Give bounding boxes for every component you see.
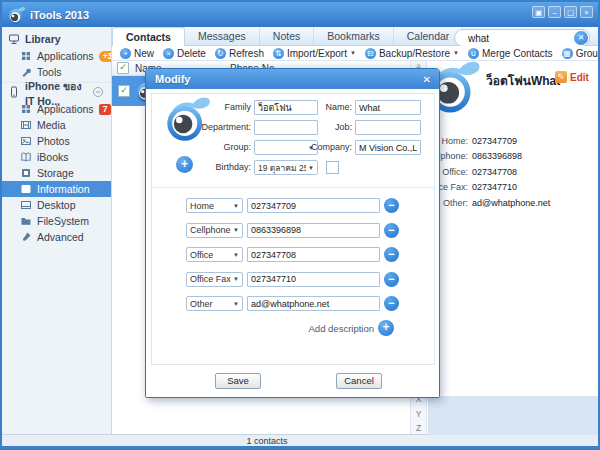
phone-value-field[interactable] xyxy=(247,247,380,262)
sidebar-item-label: Information xyxy=(37,183,90,195)
maximize-button[interactable]: ▢ xyxy=(564,6,577,18)
edit-contact-button[interactable]: ✎ Edit xyxy=(555,71,589,83)
remove-phone-button[interactable]: − xyxy=(384,223,399,238)
merge-contacts-button[interactable]: ∪Merge Contacts xyxy=(468,48,553,59)
job-field[interactable] xyxy=(355,120,421,135)
detail-panel-footer xyxy=(428,396,598,435)
phone-type-select[interactable]: Office Fax▼ xyxy=(186,272,243,287)
app-window: iTools 2013 ▣–▢× LibraryApplications+3To… xyxy=(0,0,600,450)
contacts-toolbar: +New×Delete↻Refresh⇅Import/Export▼⊟Backu… xyxy=(112,46,598,61)
toolbar-button-label: Merge Contacts xyxy=(482,48,553,59)
grid-icon xyxy=(20,50,32,62)
alphabet-letter-y[interactable]: Y xyxy=(411,410,426,419)
backup-restore-button[interactable]: ⊟Backup/Restore▼ xyxy=(365,48,459,59)
phone-type-select[interactable]: Office▼ xyxy=(186,247,243,262)
phone-value-field[interactable] xyxy=(247,296,380,311)
phone-type-select[interactable]: Home▼ xyxy=(186,198,243,213)
birthday-checkbox[interactable] xyxy=(326,161,339,174)
sidebar-section-label: Library xyxy=(25,33,61,45)
sidebar-item-media[interactable]: Media xyxy=(2,117,111,133)
phone-type-select[interactable]: Other▼ xyxy=(186,296,243,311)
tabs: ContactsMessagesNotesBookmarksCalendar xyxy=(112,27,463,45)
tab-notes[interactable]: Notes xyxy=(260,27,314,45)
sidebar-section-library[interactable]: Library xyxy=(2,30,111,48)
detail-field-value: 027347708 xyxy=(472,167,517,177)
phone-type-select[interactable]: Cellphone▼ xyxy=(186,223,243,238)
phone-value-field[interactable] xyxy=(247,223,380,238)
badge: 7 xyxy=(99,104,112,115)
delete-button[interactable]: ×Delete xyxy=(163,48,206,59)
add-description-label: Add description xyxy=(256,321,374,337)
chevron-down-icon[interactable]: ▼ xyxy=(350,50,356,56)
chevron-down-icon: ▼ xyxy=(233,252,239,258)
clear-search-icon[interactable]: ✕ xyxy=(574,31,588,45)
sidebar-item-applications[interactable]: Applications+3 xyxy=(2,48,111,64)
select-all-checkbox[interactable]: ✓ xyxy=(117,62,129,74)
sidebar-item-storage[interactable]: Storage xyxy=(2,165,111,181)
minimize-button[interactable]: – xyxy=(548,6,561,18)
skin-button[interactable]: ▣ xyxy=(532,6,545,18)
sidebar-item-label: iBooks xyxy=(37,151,69,163)
tab-calendar[interactable]: Calendar xyxy=(394,27,464,45)
new-button[interactable]: +New xyxy=(120,48,154,59)
sidebar-item-label: FileSystem xyxy=(37,215,89,227)
sidebar-item-label: Applications xyxy=(37,103,94,115)
company-field[interactable] xyxy=(355,140,421,155)
tab-bookmarks[interactable]: Bookmarks xyxy=(314,27,394,45)
eject-icon[interactable] xyxy=(92,86,104,98)
add-description-button[interactable]: + xyxy=(378,320,394,336)
phone-value-field[interactable] xyxy=(247,272,380,287)
dialog-close-icon[interactable]: ✕ xyxy=(423,74,431,85)
contact-count: 1 contacts xyxy=(112,436,422,446)
name-field[interactable] xyxy=(355,100,421,115)
modify-dialog: Modify ✕ + FamilyName:Department:Job:Gro… xyxy=(145,68,440,398)
phone-value-field[interactable] xyxy=(247,198,380,213)
search-input[interactable] xyxy=(466,32,574,45)
cancel-button[interactable]: Cancel xyxy=(336,373,382,389)
toolbar-button-label: New xyxy=(134,48,154,59)
phone-type-value: Office Fax xyxy=(190,274,231,284)
family-label: Family xyxy=(154,100,251,115)
import-export-button[interactable]: ⇅Import/Export▼ xyxy=(273,48,356,59)
book-icon xyxy=(20,151,32,163)
sidebar-item-desktop[interactable]: Desktop xyxy=(2,197,111,213)
remove-phone-button[interactable]: − xyxy=(384,198,399,213)
cross-icon: × xyxy=(163,48,174,59)
backup-icon: ⊟ xyxy=(365,48,376,59)
tab-contacts[interactable]: Contacts xyxy=(112,27,185,46)
folder-icon xyxy=(20,215,32,227)
remove-phone-button[interactable]: − xyxy=(384,272,399,287)
birthday-value: 19 ตุลาคม 255 xyxy=(258,161,306,175)
window-controls: ▣–▢× xyxy=(532,6,593,18)
sidebar-item-advanced[interactable]: Advanced xyxy=(2,229,111,245)
birthday-label: Birthday: xyxy=(154,160,251,175)
monitor-icon xyxy=(8,33,20,45)
detail-field-value: 027347709 xyxy=(472,136,517,146)
sidebar-item-information[interactable]: Information xyxy=(2,181,111,197)
sidebar-item-applications[interactable]: Applications7 xyxy=(2,101,111,117)
close-button[interactable]: × xyxy=(580,6,593,18)
alphabet-letter-z[interactable]: Z xyxy=(411,424,426,433)
sidebar-section-device[interactable]: iPhone ของ IT Ho... xyxy=(2,82,111,101)
row-checkbox[interactable]: ✓ xyxy=(118,85,130,97)
dialog-title: Modify xyxy=(155,73,190,85)
detail-field-value: 027347710 xyxy=(472,182,517,192)
group-label: Group: xyxy=(154,140,251,155)
contact-detail-name: ว็อตโฟนWhat xyxy=(486,71,560,90)
contact-detail-panel xyxy=(428,61,598,435)
refresh-button[interactable]: ↻Refresh xyxy=(215,48,264,59)
itools-logo-icon xyxy=(7,6,26,25)
sidebar-item-photos[interactable]: Photos xyxy=(2,133,111,149)
group-button[interactable]: ▦Group xyxy=(562,48,600,59)
birthday-select[interactable]: 19 ตุลาคม 255▼ xyxy=(254,160,318,175)
merge-icon: ∪ xyxy=(468,48,479,59)
department-label: Department: xyxy=(154,120,251,135)
tab-messages[interactable]: Messages xyxy=(185,27,260,45)
badge: +3 xyxy=(99,51,112,62)
dialog-separator xyxy=(152,187,434,188)
sidebar-item-ibooks[interactable]: iBooks xyxy=(2,149,111,165)
tab-bar: ContactsMessagesNotesBookmarksCalendar ✕ xyxy=(112,27,598,46)
sidebar-item-filesystem[interactable]: FileSystem xyxy=(2,213,111,229)
chevron-down-icon[interactable]: ▼ xyxy=(453,50,459,56)
save-button[interactable]: Save xyxy=(215,373,261,389)
